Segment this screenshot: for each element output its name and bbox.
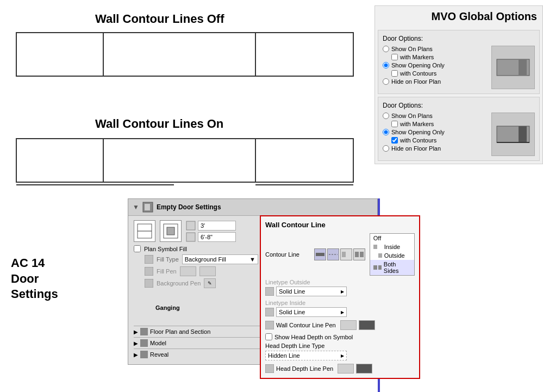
mvo-option-opening-only-1[interactable]: Show Opening Only xyxy=(383,62,489,69)
svg-rect-34 xyxy=(342,252,346,257)
linetype-outside-dropdown[interactable]: Solid Line ▶ xyxy=(276,287,347,296)
linetype-inside-dropdown[interactable]: Solid Line ▶ xyxy=(276,307,347,317)
svg-rect-4 xyxy=(16,139,103,182)
bg-pen-edit[interactable]: ✎ xyxy=(204,278,216,288)
svg-rect-3 xyxy=(255,33,353,76)
fill-pen-box[interactable] xyxy=(180,266,196,276)
head-depth-type-row: Hidden Line ▶ xyxy=(265,351,415,360)
svg-rect-17 xyxy=(145,204,150,210)
mvo-option-contours-1[interactable]: with Contours xyxy=(391,70,489,77)
head-depth-type-label: Head Depth Line Type xyxy=(265,343,415,349)
mvo-option-show-plans-2[interactable]: Show On Plans xyxy=(383,113,489,119)
fill-type-dropdown[interactable]: Background Fill ▼ xyxy=(182,254,258,264)
contour-line-label: Contour Line xyxy=(265,251,312,258)
contour-popup: Wall Contour Line Contour Line Off xyxy=(260,215,420,379)
head-depth-type-dropdown[interactable]: Hidden Line ▶ xyxy=(265,351,347,360)
svg-rect-40 xyxy=(378,265,382,270)
contour-btn-2[interactable] xyxy=(327,248,339,260)
wall-pen-box[interactable] xyxy=(340,320,357,330)
diagram-on xyxy=(5,136,364,196)
mvo-option-contours-2[interactable]: with Contours xyxy=(391,137,489,144)
fill-pen-label: Fill Pen xyxy=(157,268,177,275)
head-depth-pen-label: Head Depth Line Pen xyxy=(276,365,333,372)
mvo-section-1: Door Options: Show On Plans with Markers… xyxy=(378,30,540,94)
svg-rect-25 xyxy=(145,267,153,276)
show-head-row: Show Head Depth on Symbol xyxy=(265,333,415,340)
mvo-option-opening-only-2[interactable]: Show Opening Only xyxy=(383,129,489,135)
svg-rect-24 xyxy=(145,255,153,264)
fill-pen-icon xyxy=(145,267,153,276)
width-field[interactable] xyxy=(198,221,236,231)
svg-rect-37 xyxy=(373,245,377,249)
wall-pen-row: Wall Contour Line Pen xyxy=(265,320,415,330)
wall-pen-swatch[interactable] xyxy=(359,320,375,330)
contour-btn-3[interactable] xyxy=(340,248,352,260)
linetype-outside-section: Linetype Outside Solid Line ▶ xyxy=(265,279,415,296)
contour-btn-1[interactable] xyxy=(314,248,326,260)
height-field[interactable] xyxy=(198,232,236,242)
bg-pen-icon xyxy=(145,279,153,288)
inside-icon xyxy=(373,244,382,250)
head-depth-pen-swatch[interactable] xyxy=(356,364,372,374)
mvo-panel: MVO Global Options Door Options: Show On… xyxy=(375,5,543,164)
contour-menu-both[interactable]: Both Sides xyxy=(370,260,414,275)
mvo-section2-title: Door Options: xyxy=(383,102,535,109)
section-off-title: Wall Contour Lines Off xyxy=(95,12,224,26)
fill-type-icon xyxy=(145,255,153,264)
contour-menu-off[interactable]: Off xyxy=(370,234,414,242)
mvo-option-markers-1[interactable]: with Markers xyxy=(391,54,489,60)
door-settings-icon xyxy=(142,202,153,213)
mvo-option-hide-1[interactable]: Hide on Floor Plan xyxy=(383,78,489,85)
contour-line-icons xyxy=(314,248,365,260)
mvo-option-hide-2[interactable]: Hide on Floor Plan xyxy=(383,145,489,152)
outside-icon xyxy=(373,253,382,258)
width-icon xyxy=(186,221,196,231)
mvo-option-show-plans[interactable]: Show On Plans xyxy=(383,46,489,52)
linetype-inside-icon xyxy=(265,308,274,316)
wall-pen-label: Wall Contour Line Pen xyxy=(276,322,336,328)
svg-rect-32 xyxy=(316,253,324,256)
fill-pen-swatch[interactable] xyxy=(199,266,216,276)
head-depth-pen-row: Head Depth Line Pen xyxy=(265,364,415,374)
section-reveal-icon xyxy=(140,351,148,358)
collapse-arrow[interactable]: ▼ xyxy=(133,203,139,211)
contour-menu-inside[interactable]: Inside xyxy=(370,242,414,251)
mvo-section-2: Door Options: Show On Plans with Markers… xyxy=(378,97,540,161)
show-head-label: Show Head Depth on Symbol xyxy=(274,334,353,340)
plan-symbol-fill-label: Plan Symbol Fill xyxy=(144,246,187,252)
svg-rect-38 xyxy=(378,253,382,258)
wall-pen-icon xyxy=(265,321,274,329)
show-head-checkbox[interactable] xyxy=(265,333,272,340)
head-depth-pen-icon xyxy=(265,364,274,373)
plan-symbol-fill-checkbox[interactable] xyxy=(134,245,141,252)
linetype-outside-label: Linetype Outside xyxy=(265,279,415,285)
door-settings-header: ▼ Empty Door Settings xyxy=(128,199,377,216)
contour-line-row: Contour Line Off Inside xyxy=(265,233,415,276)
svg-rect-39 xyxy=(373,265,377,270)
ganging-label: Ganging xyxy=(155,304,180,311)
svg-rect-44 xyxy=(265,364,274,373)
svg-rect-43 xyxy=(265,321,274,329)
svg-rect-23 xyxy=(186,233,195,241)
fill-type-label: Fill Type xyxy=(157,256,179,263)
section-floor-arrow: ▶ xyxy=(134,329,138,335)
door-icon-1[interactable] xyxy=(134,220,155,242)
svg-rect-12 xyxy=(519,59,527,76)
contour-popup-title: Wall Contour Line xyxy=(265,221,415,229)
contour-menu-outside[interactable]: Outside xyxy=(370,251,414,260)
svg-rect-9 xyxy=(255,139,353,182)
both-sides-icon xyxy=(373,265,382,270)
head-depth-pen-box[interactable] xyxy=(338,364,354,374)
svg-rect-14 xyxy=(519,126,527,142)
section-reveal-arrow: ▶ xyxy=(134,352,138,358)
door-settings-title: Empty Door Settings xyxy=(157,203,221,211)
contour-btn-4[interactable] xyxy=(353,248,365,260)
mvo-option-markers-2[interactable]: with Markers xyxy=(391,121,489,127)
svg-rect-29 xyxy=(140,328,148,335)
mvo-preview-1 xyxy=(491,46,535,89)
linetype-outside-icon xyxy=(265,287,274,296)
door-icon-2[interactable] xyxy=(160,220,182,242)
contour-line-menu: Off Inside Outside Both Sides xyxy=(370,233,415,276)
ac14-label: AC 14 Door Settings xyxy=(11,256,58,302)
linetype-inside-section: Linetype Inside Solid Line ▶ xyxy=(265,300,415,317)
